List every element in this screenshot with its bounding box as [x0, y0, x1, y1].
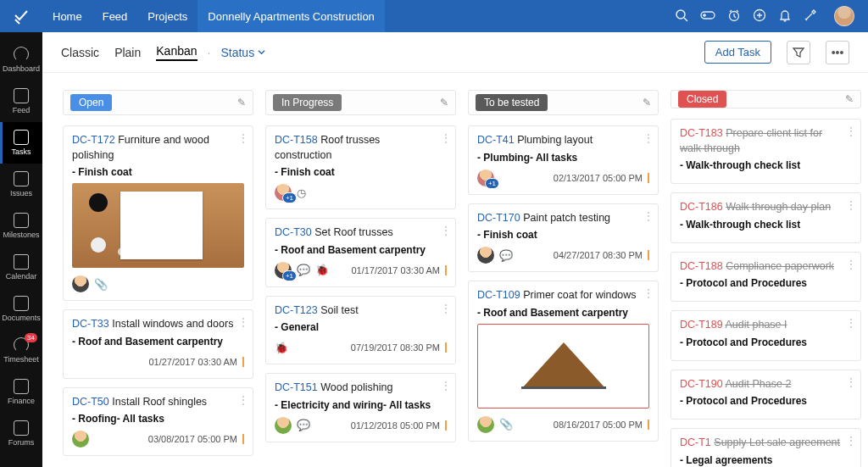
gamepad-icon[interactable]	[700, 9, 715, 24]
view-bar: Classic Plain Kanban · Status Add Task •…	[42, 32, 868, 73]
attachment-icon[interactable]: 📎	[499, 418, 513, 431]
card-more-icon[interactable]: ⋮	[846, 317, 855, 329]
rail-calendar[interactable]: Calendar	[0, 247, 42, 288]
card-more-icon[interactable]: ⋮	[643, 210, 653, 222]
attachment-icon[interactable]: 📎	[94, 278, 108, 291]
task-card[interactable]: ⋮ DC-T123 Soil test - General 🐞07/19/201…	[265, 296, 456, 365]
rail-finance[interactable]: Finance	[0, 371, 42, 413]
comment-icon[interactable]: 💬	[297, 419, 310, 431]
column-edit-icon[interactable]: ✎	[845, 93, 854, 105]
task-card[interactable]: ⋮ DC-T190 Audit Phase 2 - Protocol and P…	[670, 370, 861, 420]
task-card[interactable]: ⋮ DC-T50 Install Roof shingles - Roofing…	[63, 387, 253, 457]
task-title: Install Roof shingles	[112, 396, 207, 408]
rail-issues[interactable]: Issues	[0, 164, 42, 205]
task-timestamp: 08/16/2017 05:00 PM	[554, 420, 643, 430]
card-more-icon[interactable]: ⋮	[846, 125, 855, 137]
status-dropdown[interactable]: Status	[220, 46, 265, 59]
topbar-actions	[675, 6, 860, 26]
task-card[interactable]: ⋮ DC-T183 Prepare client list for walk t…	[670, 119, 861, 184]
rail-forums[interactable]: Forums	[0, 413, 42, 454]
comment-icon[interactable]: 💬	[297, 264, 310, 276]
task-card[interactable]: ⋮ DC-T186 Walk through day plan - Walk-t…	[670, 192, 861, 243]
card-more-icon[interactable]: ⋮	[238, 394, 248, 406]
task-title: Primer coat for windows	[523, 289, 636, 301]
priority-bar	[445, 342, 447, 353]
comment-icon[interactable]: 💬	[499, 249, 513, 262]
timesheet-badge: 34	[25, 333, 37, 342]
rail-feed[interactable]: Feed	[0, 81, 42, 122]
assignee-avatar[interactable]	[72, 431, 89, 448]
task-card[interactable]: ⋮ DC-T158 Roof trusses construction - Fi…	[265, 125, 456, 209]
logo-icon[interactable]	[0, 8, 42, 25]
tools-icon[interactable]	[804, 8, 817, 25]
task-subtitle: - Finish coat	[477, 229, 649, 241]
card-more-icon[interactable]: ⋮	[846, 435, 855, 447]
task-timestamp: 02/13/2017 05:00 PM	[554, 173, 643, 183]
bug-icon[interactable]: 🐞	[315, 264, 329, 276]
view-kanban[interactable]: Kanban	[156, 44, 197, 61]
column-edit-icon[interactable]: ✎	[643, 97, 651, 108]
rail-calendar-label: Calendar	[6, 272, 37, 281]
task-card[interactable]: ⋮ DC-T172 Furniture and wood polishing -…	[63, 125, 253, 301]
task-card[interactable]: ⋮ DC-T170 Paint patch testing - Finish c…	[468, 203, 659, 273]
task-card[interactable]: ⋮ DC-T109 Primer coat for windows - Roof…	[468, 281, 659, 442]
task-card[interactable]: ⋮ DC-T151 Wood polishing - Electricity a…	[265, 373, 456, 442]
column-edit-icon[interactable]: ✎	[237, 97, 246, 108]
rail-timesheet[interactable]: 34Timesheet	[0, 330, 42, 371]
task-title: Install windows and doors	[112, 318, 233, 330]
task-id: DC-T190	[680, 378, 723, 390]
task-card[interactable]: ⋮ DC-T1 Supply Lot sale agreement - Lega…	[670, 428, 861, 467]
card-more-icon[interactable]: ⋮	[441, 303, 450, 314]
nav-current-project[interactable]: Donnelly Apartments Construction	[198, 0, 385, 32]
top-bar: Home Feed Projects Donnelly Apartments C…	[0, 0, 868, 32]
card-more-icon[interactable]: ⋮	[846, 376, 855, 388]
rail-dashboard[interactable]: Dashboard	[0, 39, 42, 81]
task-card[interactable]: ⋮ DC-T33 Install windows and doors - Roo…	[63, 309, 253, 379]
bell-icon[interactable]	[778, 8, 792, 25]
assignee-avatar[interactable]: +1	[275, 184, 292, 201]
nav-feed[interactable]: Feed	[92, 0, 138, 32]
task-card[interactable]: ⋮ DC-T189 Audit phase I - Protocol and P…	[670, 310, 861, 361]
card-more-icon[interactable]: ⋮	[441, 225, 450, 236]
task-title: Supply Lot sale agreement	[714, 436, 840, 448]
assignee-avatar[interactable]: +1	[477, 170, 494, 186]
view-classic[interactable]: Classic	[61, 46, 99, 59]
rail-tasks[interactable]: Tasks	[0, 122, 42, 164]
add-task-button[interactable]: Add Task	[704, 41, 771, 64]
assignee-avatar[interactable]	[477, 416, 494, 433]
task-card[interactable]: ⋮ DC-T41 Plumbing layout - Plumbing- All…	[468, 125, 659, 195]
search-icon[interactable]	[675, 8, 688, 25]
card-more-icon[interactable]: ⋮	[846, 259, 855, 270]
assignee-avatar[interactable]	[477, 247, 494, 264]
task-id: DC-T109	[477, 289, 520, 301]
nav-projects[interactable]: Projects	[137, 0, 198, 32]
card-more-icon[interactable]: ⋮	[441, 132, 450, 144]
card-more-icon[interactable]: ⋮	[846, 199, 855, 211]
bug-icon[interactable]: 🐞	[275, 342, 288, 354]
clock-icon[interactable]	[727, 8, 741, 25]
status-label: Status	[220, 46, 254, 59]
view-plain[interactable]: Plain	[114, 46, 141, 59]
more-button[interactable]: •••	[826, 41, 849, 64]
task-card[interactable]: ⋮ DC-T188 Compliance paperwork - Protoco…	[670, 252, 861, 303]
assignee-avatar[interactable]	[72, 275, 89, 292]
priority-bar	[648, 250, 649, 260]
card-more-icon[interactable]: ⋮	[643, 287, 653, 299]
task-id: DC-T158	[275, 134, 318, 146]
card-more-icon[interactable]: ⋮	[238, 132, 248, 144]
top-nav: Home Feed Projects Donnelly Apartments C…	[42, 0, 385, 32]
priority-bar	[445, 420, 447, 431]
assignee-avatar[interactable]: +1	[275, 262, 292, 279]
rail-milestones[interactable]: Milestones	[0, 205, 42, 247]
assignee-avatar[interactable]	[275, 417, 292, 434]
task-card[interactable]: ⋮ DC-T30 Set Roof trusses - Roof and Bas…	[265, 218, 456, 287]
user-avatar[interactable]	[834, 6, 854, 26]
card-more-icon[interactable]: ⋮	[238, 316, 248, 328]
card-more-icon[interactable]: ⋮	[643, 132, 653, 144]
plus-icon[interactable]	[753, 8, 766, 25]
filter-button[interactable]	[787, 41, 810, 64]
rail-documents[interactable]: Documents	[0, 288, 42, 330]
column-edit-icon[interactable]: ✎	[440, 97, 448, 108]
card-more-icon[interactable]: ⋮	[441, 380, 450, 392]
nav-home[interactable]: Home	[42, 0, 92, 32]
